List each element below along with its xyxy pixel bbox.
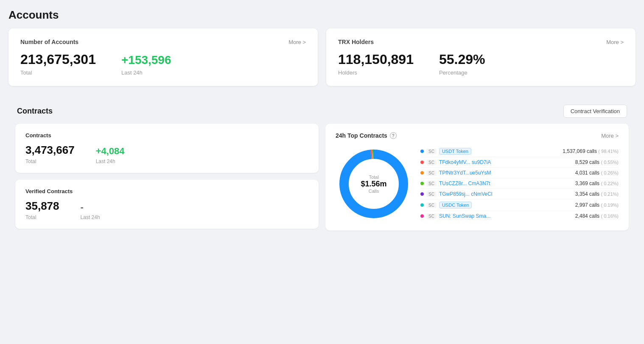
- trx-holders-sub: Holders: [338, 69, 414, 76]
- contract-calls: 4,031 calls ( 0.26%): [575, 170, 619, 176]
- contract-name[interactable]: TUsCZZ8r... CmA3N7t: [439, 180, 490, 186]
- contracts-change-sub: Last 24h: [96, 158, 125, 164]
- sc-badge: SC: [426, 214, 437, 219]
- contract-dot-icon: [420, 150, 424, 153]
- trx-card-header: TRX Holders More >: [338, 39, 624, 45]
- verified-contracts-card: Verified Contracts 35,878 Total - Last 2…: [15, 180, 319, 229]
- contract-calls-pct: ( 0.21%): [601, 191, 619, 197]
- contract-calls-pct: ( 0.19%): [601, 203, 619, 208]
- contract-calls: 8,529 calls ( 0.55%): [575, 159, 619, 165]
- contract-dot-icon: [420, 203, 424, 207]
- accounts-section: Accounts Number of Accounts More > 213,6…: [8, 8, 636, 86]
- contracts-header: Contracts Contract Verification: [8, 98, 636, 124]
- contracts-title: Contracts: [17, 107, 53, 116]
- contract-dot-icon: [420, 192, 424, 196]
- accounts-title: Accounts: [8, 8, 636, 22]
- accounts-change-sub: Last 24h: [121, 69, 171, 76]
- verified-change-value: -: [81, 202, 100, 213]
- trx-stat-row: 118,150,891 Holders 55.29% Percentage: [338, 52, 624, 76]
- accounts-change-block: +153,596 Last 24h: [121, 54, 171, 76]
- contract-list-item: SCTUsCZZ8r... CmA3N7t3,369 calls ( 0.22%…: [420, 178, 619, 189]
- contract-name[interactable]: USDC Token: [439, 202, 472, 208]
- contract-calls-pct: ( 0.26%): [601, 170, 619, 175]
- contract-calls-pct: ( 0.55%): [601, 160, 619, 165]
- number-of-accounts-card: Number of Accounts More > 213,675,301 To…: [8, 28, 318, 86]
- contracts-change-value: +4,084: [96, 146, 125, 157]
- contract-calls-pct: ( 0.16%): [601, 214, 619, 219]
- contract-calls: 3,369 calls ( 0.22%): [575, 180, 619, 186]
- contract-calls: 1,537,069 calls ( 98.41%): [563, 148, 619, 154]
- verified-contracts-label: Verified Contracts: [25, 188, 308, 194]
- contract-item-left: SCTUsCZZ8r... CmA3N7t: [420, 180, 575, 186]
- contracts-change-block: +4,084 Last 24h: [96, 146, 125, 164]
- contract-name[interactable]: TFdko4yMV... su9D7iA: [439, 159, 491, 165]
- contract-dot-icon: [420, 171, 424, 175]
- contract-item-left: SCUSDC Token: [420, 202, 575, 208]
- contract-name[interactable]: TGwP859sj... cNmVeCI: [439, 191, 493, 197]
- accounts-more-link[interactable]: More >: [288, 39, 306, 45]
- sc-badge: SC: [426, 191, 437, 197]
- sc-badge: SC: [426, 149, 437, 154]
- top-contracts-content: Total $1.56m Calls SCUSDT Token1,537,069…: [336, 146, 619, 222]
- accounts-total-sub: Total: [20, 69, 96, 76]
- donut-center-value: $1.56m: [361, 180, 386, 189]
- contract-item-left: SCUSDT Token: [420, 148, 563, 155]
- sc-badge: SC: [426, 181, 437, 186]
- contract-list-item: SCUSDT Token1,537,069 calls ( 98.41%): [420, 146, 619, 157]
- contract-list: SCUSDT Token1,537,069 calls ( 98.41%)SCT…: [420, 146, 619, 221]
- contract-calls: 2,484 calls ( 0.16%): [575, 213, 619, 219]
- accounts-card-label: Number of Accounts: [20, 39, 78, 45]
- donut-center: Total $1.56m Calls: [361, 175, 386, 194]
- contract-name[interactable]: TPfNtr3YdT...ue5uYsM: [439, 170, 491, 176]
- verified-change-block: - Last 24h: [81, 202, 100, 220]
- verified-contracts-stat-row: 35,878 Total - Last 24h: [25, 200, 308, 220]
- trx-holders-card: TRX Holders More > 118,150,891 Holders 5…: [326, 28, 636, 86]
- contract-item-left: SCTFdko4yMV... su9D7iA: [420, 159, 575, 165]
- accounts-total-block: 213,675,301 Total: [20, 52, 96, 76]
- contract-calls-pct: ( 98.41%): [598, 149, 619, 154]
- verified-change-sub: Last 24h: [81, 214, 100, 220]
- sc-badge: SC: [426, 160, 437, 165]
- contracts-section: Contracts Contract Verification Contract…: [8, 98, 636, 237]
- contract-calls: 2,997 calls ( 0.19%): [575, 202, 619, 208]
- contracts-total-block: 3,473,667 Total: [25, 144, 75, 164]
- contracts-count-label: Contracts: [25, 132, 308, 139]
- contracts-count-card: Contracts 3,473,667 Total +4,084 Last 24…: [15, 124, 319, 173]
- contracts-total-sub: Total: [25, 158, 75, 164]
- trx-card-label: TRX Holders: [338, 39, 374, 45]
- contract-list-item: SCTGwP859sj... cNmVeCI3,354 calls ( 0.21…: [420, 189, 619, 200]
- contract-list-item: SCTPfNtr3YdT...ue5uYsM4,031 calls ( 0.26…: [420, 168, 619, 178]
- contract-list-item: SCUSDC Token2,997 calls ( 0.19%): [420, 200, 619, 211]
- contracts-left: Contracts 3,473,667 Total +4,084 Last 24…: [15, 124, 319, 230]
- contract-dot-icon: [420, 182, 424, 185]
- contract-list-item: SCSUN: SunSwap Sma...2,484 calls ( 0.16%…: [420, 211, 619, 221]
- trx-holders-value: 118,150,891: [338, 52, 414, 67]
- verified-total-block: 35,878 Total: [25, 200, 59, 220]
- contract-name[interactable]: SUN: SunSwap Sma...: [439, 213, 490, 219]
- contract-item-left: SCSUN: SunSwap Sma...: [420, 213, 575, 219]
- trx-percentage-sub: Percentage: [439, 69, 485, 76]
- contract-dot-icon: [420, 214, 424, 218]
- contract-calls-pct: ( 0.22%): [601, 181, 619, 186]
- top-contracts-header: 24h Top Contracts ? More >: [336, 132, 619, 139]
- trx-percentage-block: 55.29% Percentage: [439, 52, 485, 76]
- donut-chart: Total $1.56m Calls: [336, 146, 412, 222]
- question-icon[interactable]: ?: [390, 132, 397, 139]
- sc-badge: SC: [426, 203, 437, 208]
- trx-more-link[interactable]: More >: [606, 39, 624, 45]
- verified-total-value: 35,878: [25, 200, 59, 213]
- accounts-total-value: 213,675,301: [20, 52, 96, 67]
- donut-center-label: Total: [361, 175, 386, 180]
- top-contracts-more-link[interactable]: More >: [601, 133, 619, 139]
- contracts-count-stat-row: 3,473,667 Total +4,084 Last 24h: [25, 144, 308, 164]
- contract-name[interactable]: USDT Token: [439, 148, 471, 155]
- contracts-body: Contracts 3,473,667 Total +4,084 Last 24…: [8, 124, 636, 237]
- contract-item-left: SCTGwP859sj... cNmVeCI: [420, 191, 575, 197]
- top-contracts-card: 24h Top Contracts ? More > Total $1.56m …: [325, 124, 629, 230]
- contract-verification-button[interactable]: Contract Verification: [563, 105, 627, 118]
- accounts-card-header: Number of Accounts More >: [20, 39, 306, 45]
- contract-dot-icon: [420, 161, 424, 164]
- top-contracts-title: 24h Top Contracts ?: [336, 132, 397, 139]
- contract-calls: 3,354 calls ( 0.21%): [575, 191, 619, 197]
- accounts-stat-row: 213,675,301 Total +153,596 Last 24h: [20, 52, 306, 76]
